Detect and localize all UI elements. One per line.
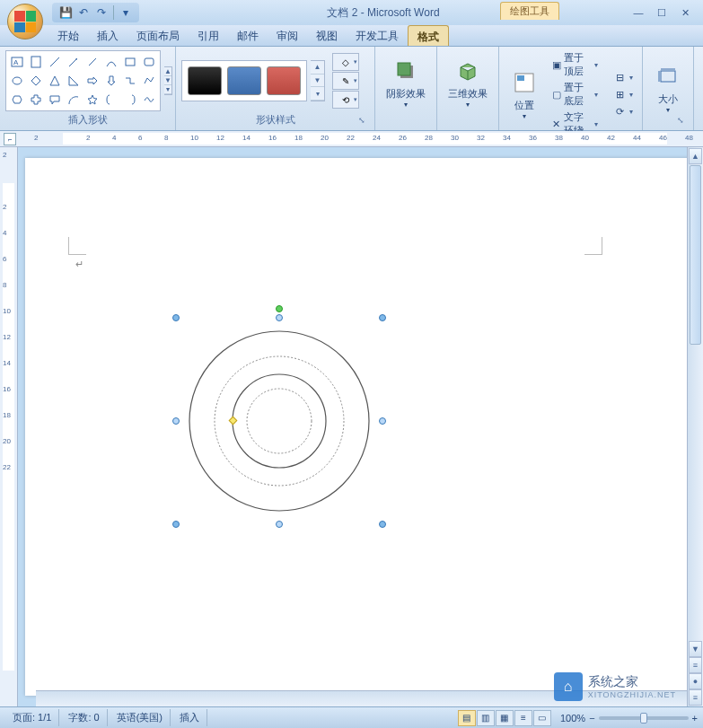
shapes-gallery[interactable]: A bbox=[5, 50, 161, 111]
page[interactable]: ↵ bbox=[25, 158, 696, 696]
shape-arrow-icon[interactable] bbox=[65, 53, 83, 71]
resize-handle-nw[interactable] bbox=[172, 314, 180, 321]
size-button[interactable]: 大小▾ bbox=[648, 60, 688, 116]
resize-handle-s[interactable] bbox=[276, 521, 283, 528]
shape-line-icon[interactable] bbox=[46, 53, 64, 71]
maximize-button[interactable]: ☐ bbox=[651, 4, 672, 21]
resize-handle-ne[interactable] bbox=[379, 314, 386, 321]
shadow-button[interactable]: 阴影效果▾ bbox=[381, 55, 431, 110]
style-gallery-scroll[interactable]: ▲ ▼ ▾ bbox=[311, 60, 325, 101]
zoom-out-button[interactable]: − bbox=[589, 713, 594, 724]
undo-button[interactable]: ↶ bbox=[75, 4, 92, 21]
ruler-corner[interactable]: ⌐ bbox=[4, 133, 16, 145]
prev-page-icon[interactable]: ≡ bbox=[689, 657, 702, 673]
status-lang[interactable]: 英语(美国) bbox=[110, 709, 171, 726]
shape-triangle-icon[interactable] bbox=[46, 72, 64, 90]
office-button[interactable] bbox=[7, 4, 43, 39]
shape-diamond-icon[interactable] bbox=[27, 72, 45, 90]
shape-double-arrow-icon[interactable] bbox=[83, 53, 101, 71]
zoom-level[interactable]: 100% bbox=[560, 713, 585, 724]
style-gallery[interactable] bbox=[181, 60, 307, 101]
tab-mail[interactable]: 邮件 bbox=[228, 25, 268, 46]
zoom-in-button[interactable]: + bbox=[692, 713, 698, 724]
shape-vtextbox-icon[interactable] bbox=[27, 53, 45, 71]
gallery-more-icon[interactable]: ▾ bbox=[164, 85, 171, 94]
tab-developer[interactable]: 开发工具 bbox=[347, 25, 408, 46]
shape-freeform-icon[interactable] bbox=[140, 72, 158, 90]
style-up-icon[interactable]: ▲ bbox=[311, 61, 324, 75]
send-back-button[interactable]: ▢置于底层▾ bbox=[548, 80, 602, 109]
view-full-reading[interactable]: ▥ bbox=[477, 710, 495, 726]
bring-front-button[interactable]: ▣置于顶层▾ bbox=[548, 50, 602, 79]
minimize-button[interactable]: — bbox=[628, 4, 649, 21]
shape-brace-icon[interactable] bbox=[121, 91, 139, 109]
size-launcher-icon[interactable]: ⤡ bbox=[675, 116, 686, 127]
shape-plus-icon[interactable] bbox=[27, 91, 45, 109]
scroll-down-icon[interactable]: ▼ bbox=[689, 641, 702, 657]
tab-references[interactable]: 引用 bbox=[189, 25, 228, 46]
vertical-ruler[interactable]: 2246810121416182022 bbox=[0, 147, 18, 706]
selected-shape[interactable] bbox=[176, 318, 382, 524]
resize-handle-n[interactable] bbox=[276, 314, 283, 321]
gallery-down-icon[interactable]: ▼ bbox=[164, 76, 171, 85]
group-button[interactable]: ⊞▾ bbox=[609, 86, 637, 102]
qat-customize-icon[interactable]: ▾ bbox=[118, 4, 134, 21]
rotate-handle[interactable] bbox=[276, 305, 283, 312]
next-page-icon[interactable]: ≡ bbox=[689, 689, 702, 706]
style-down-icon[interactable]: ▼ bbox=[311, 75, 324, 88]
style-more-icon[interactable]: ▾ bbox=[311, 87, 324, 101]
scroll-thumb[interactable] bbox=[690, 165, 701, 345]
shape-star-icon[interactable] bbox=[83, 91, 101, 109]
shape-curve-icon[interactable] bbox=[102, 53, 120, 71]
tab-review[interactable]: 审阅 bbox=[268, 25, 307, 46]
rotate-button[interactable]: ⟳▾ bbox=[609, 103, 637, 119]
shape-connector-icon[interactable] bbox=[121, 72, 139, 90]
tab-view[interactable]: 视图 bbox=[307, 25, 347, 46]
shape-ellipse-icon[interactable] bbox=[8, 72, 26, 90]
save-button[interactable]: 💾 bbox=[57, 4, 74, 21]
shape-rtriangle-icon[interactable] bbox=[65, 72, 83, 90]
shape-arc-icon[interactable] bbox=[65, 91, 83, 109]
status-page[interactable]: 页面: 1/1 bbox=[5, 709, 59, 726]
close-button[interactable]: ✕ bbox=[674, 4, 696, 21]
redo-button[interactable]: ↷ bbox=[93, 4, 110, 21]
tab-format[interactable]: 格式 bbox=[408, 25, 449, 46]
gallery-up-icon[interactable]: ▲ bbox=[164, 67, 171, 76]
style-black[interactable] bbox=[188, 66, 222, 95]
style-red[interactable] bbox=[267, 66, 301, 95]
vertical-scrollbar[interactable]: ▲ ▼ ≡ ● ≡ bbox=[687, 147, 703, 706]
view-print-layout[interactable]: ▤ bbox=[458, 710, 476, 726]
scroll-up-icon[interactable]: ▲ bbox=[689, 148, 702, 164]
shapes-gallery-scroll[interactable]: ▲ ▼ ▾ bbox=[164, 66, 172, 95]
view-outline[interactable]: ≡ bbox=[514, 710, 532, 726]
tab-layout[interactable]: 页面布局 bbox=[127, 25, 189, 46]
resize-handle-w[interactable] bbox=[172, 417, 180, 425]
align-button[interactable]: ⊟▾ bbox=[609, 69, 637, 85]
view-draft[interactable]: ▭ bbox=[533, 710, 551, 726]
shape-scribble-icon[interactable] bbox=[140, 91, 158, 109]
tab-home[interactable]: 开始 bbox=[48, 25, 88, 46]
horizontal-ruler[interactable]: ⌐ 22468101214161820222426283032343638404… bbox=[0, 131, 703, 147]
shape-bracket-icon[interactable] bbox=[102, 91, 120, 109]
shape-change-button[interactable]: ⟲▾ bbox=[332, 91, 359, 109]
status-words[interactable]: 字数: 0 bbox=[61, 709, 107, 726]
shape-textbox-icon[interactable]: A bbox=[8, 53, 26, 71]
style-blue[interactable] bbox=[227, 66, 261, 95]
three-d-button[interactable]: 三维效果▾ bbox=[443, 55, 493, 110]
shape-rect-icon[interactable] bbox=[121, 53, 139, 71]
shape-roundrect-icon[interactable] bbox=[140, 53, 158, 71]
browse-object-icon[interactable]: ● bbox=[689, 673, 702, 689]
status-mode[interactable]: 插入 bbox=[172, 709, 207, 726]
resize-handle-se[interactable] bbox=[379, 521, 386, 528]
view-web[interactable]: ▦ bbox=[496, 710, 514, 726]
zoom-slider[interactable] bbox=[599, 716, 689, 720]
shape-hex-icon[interactable] bbox=[8, 91, 26, 109]
resize-handle-e[interactable] bbox=[379, 417, 386, 425]
zoom-thumb[interactable] bbox=[640, 713, 647, 724]
tab-insert[interactable]: 插入 bbox=[88, 25, 127, 46]
shape-fill-button[interactable]: ◇▾ bbox=[332, 53, 359, 71]
position-button[interactable]: 位置▾ bbox=[505, 66, 544, 122]
resize-handle-sw[interactable] bbox=[172, 521, 180, 528]
style-launcher-icon[interactable]: ⤡ bbox=[356, 116, 367, 127]
shape-outline-button[interactable]: ✎▾ bbox=[332, 72, 359, 90]
